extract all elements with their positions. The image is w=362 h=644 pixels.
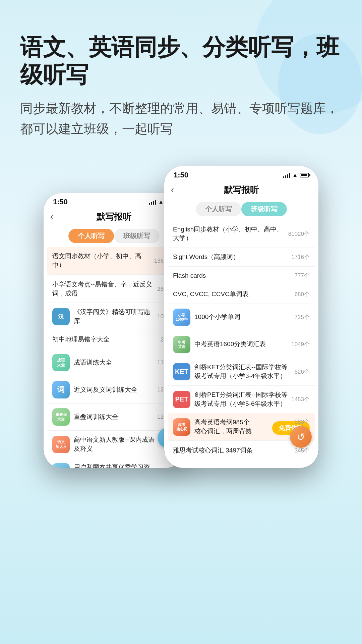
list-item[interactable]: Sight Words（高频词） 1716个 (168, 248, 315, 267)
signal-icon-right (283, 172, 290, 178)
list-item-text: 成语训练大全 (74, 358, 155, 367)
list-item-left: 高考核心词 高考英语考纲985个核心词汇，两周背熟 (173, 418, 252, 436)
list-item-text: Sight Words（高频词） (173, 253, 289, 262)
list-item-text: 《汉字闯关》精选可听写题库 (74, 308, 155, 325)
list-item-text: 重叠词训练大全 (74, 413, 155, 422)
list-icon: 中考英语 (173, 336, 190, 353)
phones-container: 1:50 ▲ ‹ 默写报听 (0, 153, 362, 488)
list-item-text: 语文同步教材（小学、初中、高中） (52, 252, 152, 270)
list-item-text: 剑桥PET分类词汇表--国际学校等级考试专用（小学5-6年级水平） (194, 390, 289, 408)
tab-personal-right[interactable]: 个人听写 (196, 202, 241, 216)
wifi-icon-left: ▲ (158, 199, 164, 205)
list-item-count: 345个 (295, 447, 310, 454)
tab-class-left[interactable]: 班级听写 (114, 229, 160, 243)
list-item-text: 剑桥KET分类词汇表--国际学校等级考试专用（小学3-4年级水平） (194, 363, 292, 381)
list-item-text: 初中地理易错字大全 (52, 335, 158, 344)
tab-class-right[interactable]: 班级听写 (241, 202, 287, 216)
list-item[interactable]: KET 剑桥KET分类词汇表--国际学校等级考试专用（小学3-4年级水平） 52… (168, 358, 315, 386)
list-item[interactable]: CVC, CVCC, CCVC单词表 680个 (168, 285, 315, 304)
list-item-text: 中考英语1600分类词汇表 (194, 340, 289, 349)
list-item[interactable]: 初中地理易错字大全 275个 (47, 330, 181, 349)
list-item-count: 680个 (295, 290, 310, 298)
list-item-left: ⊕ 用户和网友共享优秀学习资料 (52, 463, 155, 468)
list-item-left: 成语大全 成语训练大全 (52, 354, 155, 371)
list-item-left: PET 剑桥PET分类词汇表--国际学校等级考试专用（小学5-6年级水平） (173, 390, 289, 408)
list-item-left: 重叠词大全 重叠词训练大全 (52, 408, 155, 426)
status-bar-right: 1:50 ▲ (164, 166, 318, 181)
list-icon: 重叠词大全 (52, 408, 70, 426)
list-item-count: 1453个 (291, 395, 310, 403)
list-item-text: 近义词反义词训练大全 (74, 385, 155, 394)
list-item[interactable]: English同步教材（小学、初中、高中、大学） 81020个 (168, 220, 315, 248)
list-item-count: 725个 (295, 313, 310, 321)
list-item-text: 雅思考试核心词汇 3497词条 (173, 446, 292, 455)
nav-header-left: ‹ 默写报听 (44, 208, 184, 226)
list-item-left: 词 近义词反义词训练大全 (52, 381, 155, 398)
list-item-left: 小学语文考点--易错音、字，近反义词，成语 (52, 280, 155, 298)
list-item[interactable]: 中考英语 中考英语1600分类词汇表 1049个 (168, 331, 315, 358)
list-item[interactable]: 重叠词大全 重叠词训练大全 1208个 (47, 404, 181, 431)
list-item-text: English同步教材（小学、初中、高中、大学） (173, 225, 286, 243)
list-icon: ⊕ (52, 463, 70, 468)
main-title: 语文、英语同步、分类听写，班级听写 (20, 34, 342, 88)
list-item[interactable]: Flash cards 777个 (168, 267, 315, 285)
status-time-left: 1:50 (53, 198, 68, 206)
status-bar-left: 1:50 ▲ (44, 193, 184, 208)
sub-title: 同步最新教材，不断整理的常用、易错、专项听写题库，都可以建立班级，一起听写 (20, 98, 342, 139)
list-item-text: 小学语文考点--易错音、字，近反义词，成语 (52, 280, 155, 298)
signal-icon-left (149, 199, 156, 205)
list-item-left: 汉 《汉字闯关》精选可听写题库 (52, 308, 155, 325)
tab-switcher-right: 个人听写 班级听写 (196, 202, 287, 216)
list-item[interactable]: 小学语文考点--易错音、字，近反义词，成语 2675个 (47, 275, 181, 303)
phone-right: 1:50 ▲ ‹ 默写报听 (164, 166, 318, 468)
list-item[interactable]: PET 剑桥PET分类词汇表--国际学校等级考试专用（小学5-6年级水平） 14… (168, 386, 315, 413)
list-item[interactable]: 语文同步教材（小学、初中、高中） 13632个 (47, 247, 181, 275)
list-item-count: 983个 (295, 418, 310, 426)
tab-personal-left[interactable]: 个人听写 (68, 229, 114, 243)
list-item-left: Flash cards (173, 271, 292, 280)
list-icon: 词 (52, 381, 70, 398)
battery-icon-right (300, 173, 309, 177)
list-icon: 语文新人入 (52, 436, 70, 453)
list-item-left: 雅思考试核心词汇 3497词条 (173, 446, 292, 455)
refresh-button-right[interactable]: ↺ (290, 426, 312, 448)
list-item-text: 1000个小学单词 (194, 313, 292, 322)
back-button-left[interactable]: ‹ (50, 211, 53, 222)
list-item[interactable]: 小学1000字 1000个小学单词 725个 (168, 304, 315, 331)
list-item-text: 高中语文新人教版--课内成语及释义 (74, 435, 158, 453)
wifi-icon-right: ▲ (292, 172, 298, 178)
list-item-count: 1716个 (291, 253, 310, 261)
phone-left-screen: 1:50 ▲ ‹ 默写报听 (44, 193, 184, 468)
list-item[interactable]: 成语大全 成语训练大全 1143个 (47, 349, 181, 376)
list-item-left: 初中地理易错字大全 (52, 335, 158, 344)
list-item-text: CVC, CVCC, CCVC单词表 (173, 290, 292, 299)
list-icon: 小学1000字 (173, 309, 190, 326)
list-item-left: Sight Words（高频词） (173, 253, 289, 262)
list-item-text: 高考英语考纲985个核心词汇，两周背熟 (194, 418, 252, 436)
header-section: 语文、英语同步、分类听写，班级听写 同步最新教材，不断整理的常用、易错、专项听写… (0, 0, 362, 153)
nav-header-right: ‹ 默写报听 (164, 181, 318, 199)
status-icons-right: ▲ (283, 172, 309, 178)
list-item-left: 语文同步教材（小学、初中、高中） (52, 252, 152, 270)
list-item-count: 777个 (295, 272, 310, 279)
tab-switcher-left: 个人听写 班级听写 (68, 229, 160, 243)
list-item-left: 小学1000字 1000个小学单词 (173, 309, 292, 326)
list-item[interactable]: 汉 《汉字闯关》精选可听写题库 1087个 (47, 303, 181, 330)
nav-title-right: 默写报听 (224, 184, 259, 196)
list-icon: 成语大全 (52, 354, 70, 371)
list-item-text: 用户和网友共享优秀学习资料 (74, 463, 155, 468)
list-item[interactable]: ⊕ 用户和网友共享优秀学习资料 1803个 (47, 458, 181, 468)
list-icon: 汉 (52, 308, 70, 325)
list-item[interactable]: 词 近义词反义词训练大全 1236个 (47, 376, 181, 404)
list-item-left: CVC, CVCC, CCVC单词表 (173, 290, 292, 299)
back-button-right[interactable]: ‹ (171, 184, 174, 195)
list-item-count: 1049个 (291, 340, 310, 348)
phone-right-screen: 1:50 ▲ ‹ 默写报听 (164, 166, 318, 468)
status-time-right: 1:50 (174, 171, 188, 179)
list-item-left: KET 剑桥KET分类词汇表--国际学校等级考试专用（小学3-4年级水平） (173, 363, 292, 381)
list-icon: 高考核心词 (173, 418, 190, 436)
phone-left: 1:50 ▲ ‹ 默写报听 (44, 193, 184, 468)
list-icon: PET (173, 391, 190, 408)
list-icon: KET (173, 363, 190, 380)
list-item-count: 81020个 (288, 230, 310, 238)
